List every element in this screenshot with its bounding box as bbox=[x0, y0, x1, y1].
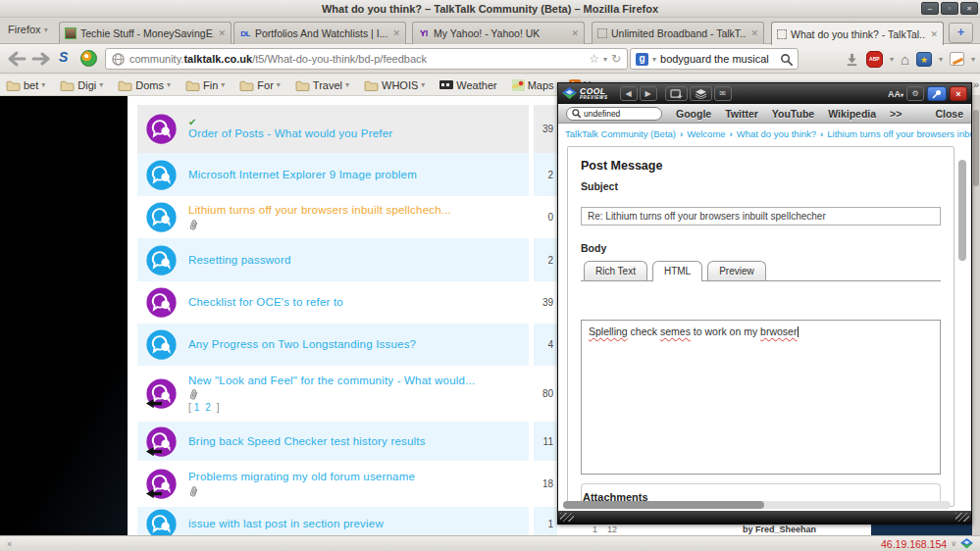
forward-button[interactable] bbox=[31, 52, 51, 70]
breadcrumb-link[interactable]: Lithium turns off your browsers inbuilt … bbox=[827, 128, 971, 139]
editor-tab-rich-text[interactable]: Rich Text bbox=[584, 261, 647, 280]
panel-search-input[interactable]: undefined bbox=[584, 109, 620, 119]
new-tab-button[interactable]: + bbox=[949, 23, 973, 43]
topic-title-link[interactable]: issue with last post in section preview bbox=[188, 517, 532, 530]
body-editor-textarea[interactable]: Splelling check semes to work on my brwo… bbox=[581, 320, 941, 475]
addon-orb-icon[interactable] bbox=[80, 50, 97, 67]
browser-tab[interactable]: Unlimited Broadband - TalkT...✕ bbox=[592, 22, 764, 44]
firefox-menu-button[interactable]: Firefox ▾ bbox=[8, 24, 48, 35]
chevron-down-icon[interactable]: ▾ bbox=[890, 55, 894, 64]
reload-icon[interactable]: ↻ bbox=[611, 52, 621, 66]
chevron-down-icon[interactable]: ▾ bbox=[603, 55, 607, 64]
resize-grip-icon[interactable] bbox=[955, 513, 969, 522]
browser-tab[interactable]: Techie Stuff - MoneySavingE...✕ bbox=[59, 22, 232, 44]
pin-panel-button[interactable] bbox=[927, 86, 947, 101]
coolpreviews-status-icon[interactable] bbox=[960, 538, 973, 549]
subject-input[interactable]: Re: Lithium turns off your browsers inbu… bbox=[581, 207, 941, 225]
breadcrumb-link[interactable]: TalkTalk Community (Beta) bbox=[565, 128, 676, 139]
tab-close-icon[interactable]: ✕ bbox=[930, 29, 938, 39]
stack-button[interactable] bbox=[690, 86, 712, 101]
browser-tab[interactable]: What do you think? - TalkTal...✕ bbox=[771, 22, 944, 45]
breadcrumb-link[interactable]: Welcome bbox=[687, 128, 725, 139]
browser-tab[interactable]: Y!My Yahoo! - Yahoo! UK✕ bbox=[412, 22, 585, 44]
maximize-button[interactable]: ▫ bbox=[941, 2, 958, 15]
tab-close-icon[interactable]: ✕ bbox=[750, 28, 758, 38]
form-scrollbar-thumb[interactable] bbox=[958, 160, 966, 261]
quick-link-twitter[interactable]: Twitter bbox=[725, 108, 758, 120]
topic-title-link[interactable]: Lithium turns off your browsers inbuilt … bbox=[188, 203, 532, 217]
breadcrumb-link[interactable]: What do you think? bbox=[737, 128, 816, 139]
bookmark-item-travel[interactable]: Travel▾ bbox=[295, 79, 349, 91]
editor-tab-html[interactable]: HTML bbox=[652, 261, 702, 281]
panel-forward-button[interactable]: ▶ bbox=[640, 86, 657, 101]
settings-gear-icon[interactable]: ⚙ bbox=[906, 86, 924, 101]
panel-back-button[interactable]: ◀ bbox=[620, 86, 638, 101]
topic-title-link[interactable]: New "Look and Feel" for the community - … bbox=[188, 374, 532, 387]
panel-close-link[interactable]: Close bbox=[935, 108, 963, 120]
bookmark-item-whois[interactable]: WHOIS▾ bbox=[364, 79, 425, 91]
quick-link-wikipedia[interactable]: Wikipedia bbox=[828, 108, 876, 120]
open-in-window-button[interactable] bbox=[665, 86, 688, 101]
bookmark-label: Digi bbox=[77, 79, 96, 91]
scrollbar-thumb[interactable] bbox=[973, 110, 979, 186]
quick-link-[interactable]: >> bbox=[890, 108, 902, 120]
tab-close-icon[interactable]: ✕ bbox=[571, 28, 579, 38]
bookmarks-library-icon[interactable]: ★ bbox=[916, 52, 932, 67]
topic-text: Lithium turns off your browsers inbuilt … bbox=[188, 203, 532, 230]
back-button[interactable] bbox=[6, 50, 27, 72]
chevron-down-icon[interactable]: ▾ bbox=[971, 55, 975, 64]
chevron-down-icon[interactable]: ▾ bbox=[652, 55, 656, 64]
google-engine-icon[interactable]: g bbox=[636, 53, 648, 66]
bookmark-star-icon[interactable]: ☆ bbox=[589, 52, 599, 66]
tab-close-icon[interactable]: ✕ bbox=[392, 28, 400, 38]
downloads-icon[interactable] bbox=[845, 52, 859, 67]
chevron-down-icon[interactable]: ∨ bbox=[951, 539, 956, 548]
quick-link-youtube[interactable]: YouTube bbox=[772, 108, 814, 120]
url-bar[interactable]: community.talktalk.co.uk/t5/What-do-you-… bbox=[105, 48, 628, 70]
browser-tab[interactable]: DLPortfolios And Watchlists | I...✕ bbox=[233, 22, 406, 44]
topic-title-link[interactable]: Problems migrating my old forum username bbox=[188, 470, 532, 483]
bookmark-item-doms[interactable]: Doms▾ bbox=[118, 79, 171, 91]
close-panel-button[interactable]: × bbox=[950, 86, 967, 101]
page-link[interactable]: 1 bbox=[194, 402, 200, 413]
topic-title-link[interactable]: Bring back Speed Checker test history re… bbox=[188, 434, 532, 448]
panel-horizontal-scrollbar[interactable] bbox=[563, 501, 951, 509]
statusbar-close-icon[interactable]: × bbox=[7, 539, 12, 549]
bookmark-item-fin[interactable]: Fin▾ bbox=[185, 79, 225, 91]
topic-title-link[interactable]: Resetting password bbox=[188, 253, 532, 267]
chevron-down-icon[interactable]: ▾ bbox=[939, 55, 943, 64]
search-icon[interactable] bbox=[780, 53, 793, 66]
search-input[interactable]: bodyguard the musical bbox=[660, 53, 776, 65]
scrollbar-thumb[interactable] bbox=[563, 501, 764, 509]
page-link[interactable]: 2 bbox=[205, 402, 211, 413]
chevron-down-icon: ▾ bbox=[99, 80, 103, 89]
tab-close-icon[interactable]: ✕ bbox=[218, 28, 226, 38]
bookmark-item-for[interactable]: For▾ bbox=[239, 79, 281, 91]
bookmark-item-maps[interactable]: Maps bbox=[512, 79, 554, 91]
panel-search-box[interactable]: undefined bbox=[566, 107, 662, 121]
minimize-button[interactable]: – bbox=[921, 2, 939, 15]
topic-title-link[interactable]: Any Progress on Two Longstanding Issues? bbox=[188, 337, 532, 351]
notes-addon-icon[interactable] bbox=[950, 52, 964, 66]
topic-title-link[interactable]: Microsoft Internet Explorer 9 Image prob… bbox=[188, 168, 532, 181]
topic-title-link[interactable]: Checklist for OCE's to refer to bbox=[188, 295, 532, 309]
bookmark-item-weather[interactable]: Weather bbox=[439, 79, 496, 91]
search-box[interactable]: g ▾ bodyguard the musical bbox=[630, 48, 799, 70]
text-size-button[interactable]: AA▾ bbox=[888, 89, 903, 99]
resize-grip-icon[interactable] bbox=[560, 513, 574, 522]
home-icon[interactable]: ⌂ bbox=[901, 51, 909, 68]
quick-link-google[interactable]: Google bbox=[676, 108, 711, 120]
folder-icon bbox=[364, 79, 379, 91]
bookmark-item-digi[interactable]: Digi▾ bbox=[60, 79, 103, 91]
editor-tab-preview[interactable]: Preview bbox=[707, 261, 766, 280]
bookmark-item-bet[interactable]: bet▾ bbox=[6, 79, 45, 91]
adblock-plus-icon[interactable]: ABP bbox=[866, 51, 883, 68]
ip-address[interactable]: 46.19.168.154 bbox=[881, 538, 947, 550]
browser-scrollbar[interactable] bbox=[971, 96, 980, 535]
email-button[interactable]: ✉ bbox=[714, 86, 732, 101]
close-window-button[interactable]: × bbox=[960, 2, 978, 15]
editor-tabs: Rich TextHTMLPreview bbox=[581, 261, 941, 281]
session-manager-icon[interactable]: S bbox=[59, 49, 68, 65]
topic-title-link[interactable]: Order of Posts - What would you Prefer bbox=[188, 126, 532, 140]
bookmarks-overflow-icon[interactable]: » bbox=[973, 78, 979, 90]
